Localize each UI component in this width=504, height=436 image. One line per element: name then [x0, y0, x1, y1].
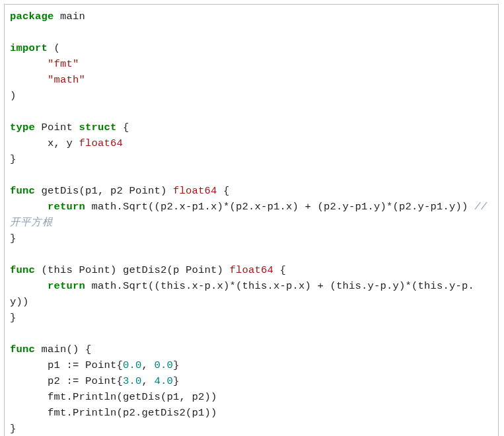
indent — [10, 74, 48, 86]
kw-return: return — [48, 201, 85, 213]
ident-getdis: getDis(p1, p2 Point) — [35, 185, 173, 197]
comma: , — [142, 359, 155, 371]
ident-main: main — [54, 11, 86, 22]
num-3: 3.0 — [123, 375, 142, 387]
indent — [10, 58, 48, 70]
call-println1: fmt.Println(getDis(p1, p2)) — [48, 391, 217, 403]
indent — [10, 407, 48, 419]
num-0a: 0.0 — [123, 359, 142, 371]
code-content: package main import ( "fmt" "math" ) typ… — [10, 9, 493, 436]
kw-type: type — [10, 122, 35, 133]
code-block: package main import ( "fmt" "math" ) typ… — [4, 4, 499, 436]
brace-close: } — [10, 233, 17, 244]
type-float64: float64 — [79, 137, 124, 149]
indent — [10, 137, 48, 149]
indent — [10, 391, 48, 403]
brace-close: } — [10, 423, 17, 435]
comma: , — [142, 375, 155, 387]
ident-p2-decl: p2 := Point{ — [48, 375, 123, 387]
num-0b: 0.0 — [155, 359, 174, 371]
type-float64: float64 — [230, 264, 274, 276]
brace-open: { — [117, 122, 129, 133]
brace-close: } — [173, 359, 180, 371]
type-float64: float64 — [173, 185, 217, 197]
indent — [10, 280, 48, 292]
ident-p1-decl: p1 := Point{ — [48, 359, 123, 371]
kw-package: package — [10, 11, 54, 22]
kw-func: func — [10, 264, 35, 276]
paren-close: ) — [10, 90, 17, 102]
indent — [10, 359, 48, 371]
indent — [10, 375, 48, 387]
ident-xy: x, y — [48, 137, 79, 149]
kw-func: func — [10, 185, 35, 197]
num-4: 4.0 — [155, 375, 174, 387]
ident-point: Point — [35, 122, 79, 133]
brace-close: } — [10, 312, 17, 324]
kw-return: return — [48, 280, 85, 292]
kw-struct: struct — [79, 122, 117, 133]
paren-open: ( — [48, 42, 60, 54]
expr-sqrt1: math.Sqrt((p2.x-p1.x)*(p2.x-p1.x) + (p2.… — [85, 201, 474, 213]
indent — [10, 201, 48, 213]
str-math: "math" — [48, 74, 85, 86]
brace-close: } — [173, 375, 180, 387]
kw-func: func — [10, 344, 35, 355]
call-println2: fmt.Println(p2.getDis2(p1)) — [48, 407, 217, 419]
ident-main-fn: main() { — [35, 344, 92, 355]
brace-close: } — [10, 153, 17, 165]
brace-open: { — [273, 264, 286, 276]
brace-open: { — [217, 185, 230, 197]
ident-getdis2: (this Point) getDis2(p Point) — [35, 264, 230, 276]
str-fmt: "fmt" — [48, 58, 79, 70]
kw-import: import — [10, 42, 48, 54]
